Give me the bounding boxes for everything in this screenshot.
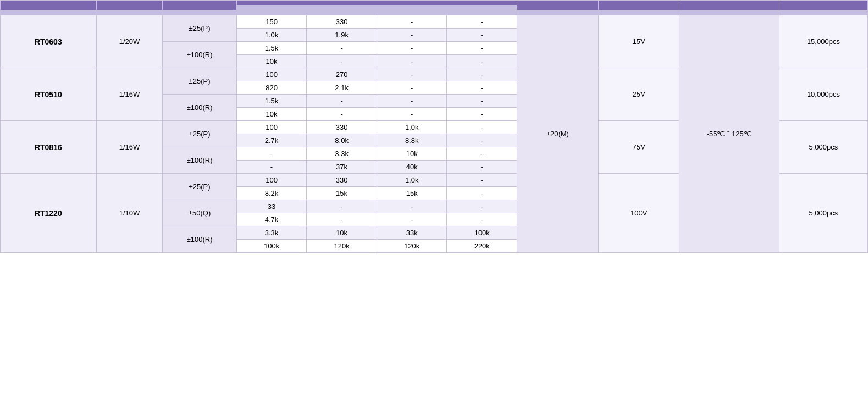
cell-power: 1/16W	[96, 68, 163, 121]
cell-resistance-value: -	[447, 161, 517, 174]
cell-resistance-value: 330	[307, 15, 377, 29]
cell-max-voltage: 25V	[598, 68, 679, 121]
col-header-initial-resistance	[236, 1, 517, 5]
cell-temp-coeff: ±100(R)	[163, 147, 236, 174]
cell-pkg-qty: 10,000pcs	[779, 68, 867, 121]
blank-maxv	[598, 10, 679, 15]
cell-resistance-value: 4.7k	[236, 213, 307, 226]
cell-power: 1/10W	[96, 174, 163, 253]
cell-resistance-value: -	[236, 147, 307, 161]
cell-resistance-value: -	[377, 95, 447, 108]
cell-resistance-value: -	[447, 95, 517, 108]
cell-resistance-value: 10k	[377, 147, 447, 161]
cell-resistance-value: -	[307, 108, 377, 121]
col-header-type	[1, 1, 97, 10]
cell-resistance-value: 37k	[307, 161, 377, 174]
cell-resistance-value: 33	[236, 200, 307, 213]
cell-temp-coeff: ±100(R)	[163, 226, 236, 253]
cell-temp-coeff: ±25(P)	[163, 121, 236, 147]
cell-resistance-value: 8.8k	[377, 134, 447, 147]
cell-resistance-value: -	[447, 29, 517, 42]
cell-resistance-value: -	[236, 161, 307, 174]
col-unit-temp	[163, 10, 236, 15]
cell-resistance-value: 100	[236, 174, 307, 187]
cell-resistance-value: -	[307, 200, 377, 213]
cell-pkg-qty: 15,000pcs	[779, 15, 867, 68]
cell-resistance-value: 150	[236, 15, 307, 29]
cell-resistance-value: 1.0k	[377, 121, 447, 134]
cell-pkg-qty: 5,000pcs	[779, 121, 867, 174]
cell-tolerance: ±20(M)	[517, 15, 599, 253]
cell-resistance-value: -	[447, 81, 517, 95]
table-row: RT06031/20W±25(P)150330--±20(M)15V-55℃ ˜…	[1, 15, 868, 29]
cell-resistance-value: 15k	[377, 187, 447, 200]
cell-resistance-value: 10k	[236, 108, 307, 121]
col-header-max-voltage	[598, 1, 679, 10]
cell-resistance-value: -	[447, 108, 517, 121]
cell-op-temp: -55℃ ˜ 125℃	[679, 15, 779, 253]
cell-type: RT0603	[1, 15, 97, 68]
cell-resistance-value: 1.9k	[307, 29, 377, 42]
cell-resistance-value: -	[377, 42, 447, 55]
cell-resistance-value: 220k	[447, 240, 517, 253]
cell-temp-coeff: ±25(P)	[163, 68, 236, 95]
cell-resistance-value: 100	[236, 121, 307, 134]
cell-resistance-value: 330	[307, 174, 377, 187]
cell-max-voltage: 75V	[598, 121, 679, 174]
cell-resistance-value: 100k	[447, 226, 517, 240]
cell-resistance-value: -	[377, 15, 447, 29]
cell-resistance-value: 820	[236, 81, 307, 95]
cell-type: RT0510	[1, 68, 97, 121]
col-unit-targeted	[236, 10, 517, 15]
cell-power: 1/16W	[96, 121, 163, 174]
cell-resistance-value: -	[447, 121, 517, 134]
cell-resistance-value: -	[447, 174, 517, 187]
cell-temp-coeff: ±100(R)	[163, 42, 236, 68]
cell-resistance-value: -	[447, 213, 517, 226]
cell-temp-coeff: ±50(Q)	[163, 200, 236, 226]
cell-max-voltage: 15V	[598, 15, 679, 68]
cell-resistance-value: -	[377, 68, 447, 81]
cell-resistance-value: 1.5k	[236, 95, 307, 108]
cell-resistance-value: 270	[307, 68, 377, 81]
main-table-wrapper: RT06031/20W±25(P)150330--±20(M)15V-55℃ ˜…	[0, 0, 868, 253]
cell-resistance-value: 10k	[236, 55, 307, 68]
cell-resistance-value: -	[447, 55, 517, 68]
col-header-power	[96, 1, 163, 10]
cell-resistance-value: -	[307, 95, 377, 108]
cell-resistance-value: --	[447, 147, 517, 161]
cell-resistance-value: 100	[236, 68, 307, 81]
col-unit-tol	[517, 10, 599, 15]
cell-resistance-value: 120k	[377, 240, 447, 253]
cell-temp-coeff: ±100(R)	[163, 95, 236, 121]
cell-resistance-value: -	[377, 213, 447, 226]
cell-resistance-value: 1.0k	[236, 29, 307, 42]
cell-pkg-qty: 5,000pcs	[779, 174, 867, 253]
cell-resistance-value: 120k	[307, 240, 377, 253]
cell-resistance-value: 1.5k	[236, 42, 307, 55]
col-header-tolerance	[517, 1, 599, 10]
cell-resistance-value: -	[377, 108, 447, 121]
cell-resistance-value: -	[447, 15, 517, 29]
cell-type: RT0816	[1, 121, 97, 174]
specifications-table: RT06031/20W±25(P)150330--±20(M)15V-55℃ ˜…	[0, 0, 868, 253]
cell-resistance-value: 330	[307, 121, 377, 134]
cell-resistance-value: 40k	[377, 161, 447, 174]
col-header-temp-coeff	[163, 1, 236, 10]
cell-temp-coeff: ±25(P)	[163, 174, 236, 200]
blank-units	[1, 10, 163, 15]
cell-power: 1/20W	[96, 15, 163, 68]
cell-resistance-value: 8.2k	[236, 187, 307, 200]
cell-temp-coeff: ±25(P)	[163, 15, 236, 42]
cell-resistance-value: -	[377, 55, 447, 68]
cell-resistance-value: -	[447, 200, 517, 213]
blank-pkg	[779, 10, 867, 15]
cell-resistance-value: -	[307, 55, 377, 68]
cell-resistance-value: -	[447, 68, 517, 81]
cell-resistance-value: -	[377, 81, 447, 95]
cell-resistance-value: 3.3k	[307, 147, 377, 161]
cell-resistance-value: 8.0k	[307, 134, 377, 147]
cell-resistance-value: -	[447, 187, 517, 200]
cell-max-voltage: 100V	[598, 174, 679, 253]
cell-resistance-value: 2.1k	[307, 81, 377, 95]
